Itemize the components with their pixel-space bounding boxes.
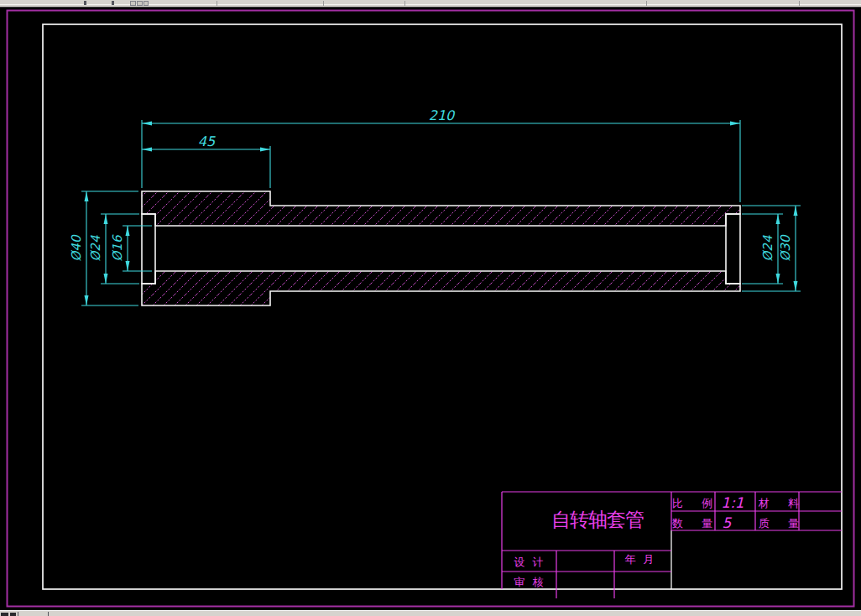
cad-application-window: 210 45 Ø40 Ø24 Ø16 Ø24 Ø30 [0,0,861,616]
part-lower-wall-section [142,271,740,305]
statusbar-separator [48,612,49,616]
mass-label: 质 量 [759,517,799,530]
title-block: 自转轴套管 比 例 1:1 材 料 数 量 5 质 量 设 计 年 月 审 核 [502,492,842,598]
left-counterbore-outline [142,214,155,284]
scale-value: 1:1 [721,494,744,511]
part-section-view [142,191,740,305]
cad-viewport[interactable]: 210 45 Ø40 Ø24 Ø16 Ø24 Ø30 [0,0,861,616]
dim-right-counterbore-dia: Ø24 [760,235,775,261]
designer-label: 设 计 [514,556,543,568]
dim-total-length: 210 [429,107,456,123]
dim-tube-outer-dia: Ø30 [778,234,793,261]
statusbar-separator [18,612,18,616]
dim-flange-outer-dia: Ø40 [69,234,84,261]
statusbar-icon-fragment [10,613,16,616]
part-upper-wall-section [142,191,740,226]
quantity-value: 5 [723,514,733,531]
dim-flange-length: 45 [198,133,216,149]
scale-label: 比 例 [672,497,712,509]
material-label: 材 料 [758,497,799,509]
quantity-label: 数 量 [671,517,712,530]
statusbar-strip[interactable] [0,610,861,616]
date-label: 年 月 [624,553,654,566]
right-counterbore-outline [726,214,740,284]
part-name: 自转轴套管 [551,509,644,530]
checker-label: 审 核 [514,576,543,588]
statusbar-icon-fragment [1,613,8,616]
dim-bore-dia: Ø16 [110,234,125,261]
dim-left-counterbore-dia: Ø24 [88,235,103,261]
